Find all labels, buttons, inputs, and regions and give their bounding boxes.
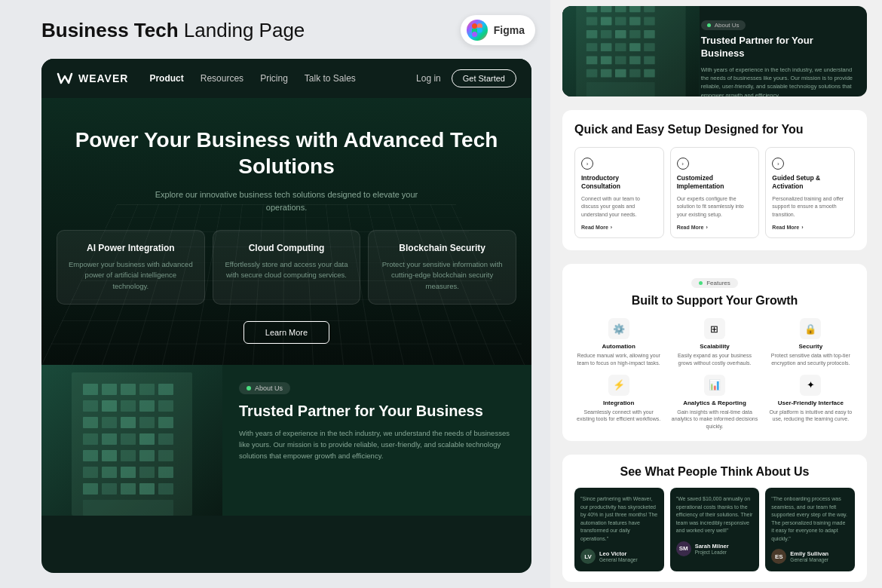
svg-rect-70 [644,56,655,64]
security-icon: 🔒 [800,318,821,339]
svg-rect-50 [644,6,655,12]
feature-item-1: ⊞ Scalability Easily expand as your busi… [670,318,758,367]
svg-rect-58 [615,30,626,38]
setup-card-0-desc: Connect with our team to discuss your go… [581,195,657,219]
feature-item-3-title: Integration [574,400,663,406]
svg-rect-56 [586,30,598,38]
svg-rect-65 [644,43,655,51]
learn-more-button[interactable]: Learn More [243,321,329,344]
testimonial-0-name: Leo Victor [599,550,638,557]
nav-pricing[interactable]: Pricing [260,73,288,84]
about-title: Trusted Partner for Your Business [239,402,515,420]
svg-rect-63 [615,43,626,51]
svg-rect-67 [601,56,612,64]
svg-rect-36 [139,467,155,478]
about-section: About Us Trusted Partner for Your Busine… [41,365,531,516]
automation-icon: ⚙️ [608,318,629,339]
about-badge-dot [247,386,251,390]
features-grid: ⚙️ Automation Reduce manual work, allowi… [574,318,855,430]
nav-logo: WEAVER [57,70,128,87]
svg-point-2 [477,28,482,33]
svg-rect-53 [615,17,626,26]
setup-card-0-read-more[interactable]: Read More › [581,225,657,230]
figma-badge[interactable]: Figma [461,15,535,45]
svg-rect-37 [158,467,173,478]
setup-card-1-title: Customized Implementation [677,174,753,191]
testimonial-card-1: "We saved $10,000 annually on operationa… [670,488,760,571]
feature-item-3-desc: Seamlessly connect with your existing to… [574,409,663,424]
feature-card-cloud-desc: Effortlessly store and access your data … [222,259,351,281]
svg-rect-64 [629,43,641,51]
main-nav: WEAVER Product Resources Pricing Talk to… [41,59,531,98]
setup-card-1-read-more[interactable]: Read More › [677,225,753,230]
svg-rect-59 [629,30,641,38]
user-friendly-icon: ✦ [800,375,821,396]
testimonial-1-author: SM Sarah Milner Project Leader [676,541,754,556]
features-title: Built to Support Your Growth [574,294,855,308]
svg-rect-48 [615,6,626,12]
setup-card-1-desc: Our experts configure the solution to fi… [677,195,753,219]
svg-rect-42 [158,483,173,495]
svg-rect-12 [158,384,173,395]
svg-rect-73 [615,69,626,78]
scalability-icon: ⊞ [704,318,725,339]
main-card: WEAVER Product Resources Pricing Talk to… [41,59,531,573]
svg-rect-35 [121,467,136,478]
testimonial-1-text: "We saved $10,000 annually on operationa… [676,495,754,535]
svg-rect-32 [158,450,173,461]
svg-rect-5 [472,32,477,37]
testimonial-card-2: "The onboarding process was seamless, an… [765,488,855,571]
testimonial-2-author: ES Emily Sullivan General Manager [771,549,849,564]
feature-item-2: 🔒 Security Protect sensitive data with t… [767,318,855,367]
nav-login[interactable]: Log in [416,73,441,84]
preview-about-content: About Us Trusted Partner for Your Busine… [691,6,867,96]
setup-card-2: › Guided Setup & Activation Personalized… [765,147,855,238]
setup-card-0-arrow: › [581,158,593,170]
svg-rect-34 [102,467,117,478]
svg-rect-43 [83,500,173,516]
svg-rect-25 [121,433,136,445]
svg-rect-66 [586,56,598,64]
svg-rect-30 [121,450,136,461]
figma-label: Figma [494,24,525,36]
testimonial-0-avatar: LV [580,549,596,564]
right-panel: About Us Trusted Partner for Your Busine… [550,0,882,588]
nav-logo-text: WEAVER [78,72,128,84]
svg-rect-14 [102,400,117,412]
about-image [41,365,222,516]
feature-card-blockchain: Blockchain Security Protect your sensiti… [368,230,516,305]
features-badge: Features [691,278,738,288]
setup-card-1: › Customized Implementation Our experts … [670,147,760,238]
feature-item-1-title: Scalability [670,343,758,350]
nav-links: Product Resources Pricing Talk to Sales [149,73,416,84]
svg-rect-13 [83,400,98,412]
feature-card-ai-desc: Empower your business with advanced powe… [66,259,195,292]
nav-talk-sales[interactable]: Talk to Sales [305,73,356,84]
svg-rect-24 [102,433,117,445]
feature-item-0: ⚙️ Automation Reduce manual work, allowi… [574,318,663,367]
feature-cards: AI Power Integration Empower your busine… [57,230,516,305]
svg-rect-31 [139,450,155,461]
nav-resources[interactable]: Resources [201,73,243,84]
svg-rect-68 [615,56,626,64]
feature-card-blockchain-desc: Protect your sensitive information with … [378,259,507,292]
feature-item-5-desc: Our platform is intuitive and easy to us… [767,409,855,424]
feature-item-4: 📊 Analytics & Reporting Gain insights wi… [670,375,758,430]
feature-item-2-desc: Protect sensitive data with top-tier enc… [767,352,855,367]
feature-item-2-title: Security [767,343,855,350]
nav-product[interactable]: Product [149,73,183,84]
svg-rect-40 [121,483,136,495]
svg-rect-9 [102,384,117,395]
svg-rect-52 [601,17,612,26]
testimonial-1-role: Project Leader [695,550,729,555]
svg-rect-18 [83,417,98,428]
svg-rect-71 [586,69,598,78]
about-badge: About Us [239,382,290,394]
page-title-area: Business Tech Landing Page Figma [41,15,535,45]
preview-about-text: About Us [715,22,740,29]
setup-card-2-read-more[interactable]: Read More › [772,225,848,230]
testimonial-0-text: "Since partnering with Weaver, our produ… [580,495,658,543]
feature-item-4-title: Analytics & Reporting [670,400,758,406]
feature-card-cloud: Cloud Computing Effortlessly store and a… [213,230,361,305]
nav-cta-button[interactable]: Get Started [452,69,516,87]
